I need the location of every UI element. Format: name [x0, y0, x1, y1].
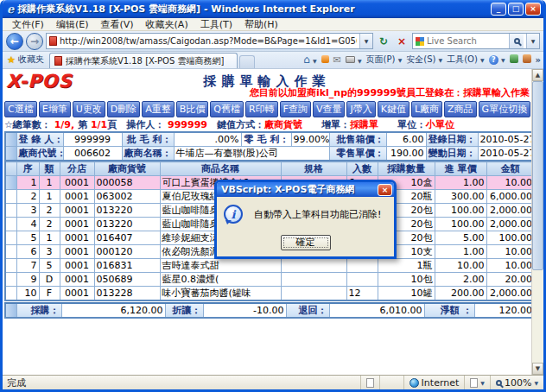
forward-button[interactable]: → [26, 33, 43, 50]
page-icon-panel [360, 376, 379, 389]
title-bar[interactable]: e 採購作業系統V1.18 [X-POS 雲端商務網] - Windows In… [3, 0, 543, 18]
fn-button-13[interactable]: Z商品 [444, 101, 477, 117]
ok-button[interactable]: 確定 [281, 235, 331, 250]
feeds-button[interactable] [321, 55, 329, 65]
row-selector[interactable] [5, 204, 16, 218]
cell-seq: 9 [16, 273, 39, 287]
product-row[interactable]: 750001016831吉時達泰式甜1瓶10.0010.00 [5, 259, 535, 273]
read-mail-button[interactable]: ✉ [333, 54, 341, 66]
fn-button-5[interactable]: B比價 [176, 101, 209, 117]
maximize-button[interactable]: □ [508, 3, 524, 16]
help-button[interactable]: ? ▼ [489, 54, 505, 65]
menu-help[interactable]: 帮助(H) [238, 18, 284, 31]
vendor-name-field[interactable]: 牛埔店—有臺聯(股)公司 [174, 147, 329, 161]
retail-price-field[interactable]: 190.00 [386, 147, 426, 161]
fn-button-14[interactable]: G單位切換 [479, 101, 531, 117]
vendor-code-field[interactable]: 006602 [63, 147, 122, 161]
search-box[interactable]: ▼ [412, 33, 540, 49]
search-dropdown-button[interactable]: ▼ [526, 34, 539, 48]
refresh-button[interactable]: ↻ [376, 33, 391, 50]
fn-button-7[interactable]: R印轉 [245, 101, 278, 117]
cell-spec [281, 287, 346, 301]
retail-margin-field[interactable]: 99.00% [291, 132, 329, 147]
address-dropdown-button[interactable]: ▼ [359, 34, 372, 48]
product-row[interactable]: 10F0001013228味小寶蕃茄肉醬(罐味1210罐200.002,000.… [5, 287, 535, 301]
favorites-button[interactable]: ★ 收藏夹 [5, 54, 49, 68]
address-toolbar: ← → http://win2008/tw/amass/Caigodan.asp… [3, 31, 543, 52]
case-price-field[interactable]: 6.00 [386, 132, 426, 147]
stats-part: 增單： [302, 119, 350, 130]
entry-date-field[interactable]: 2010-05-27 [478, 132, 535, 147]
tools-menu-button[interactable]: 工具(O) ▼ [447, 54, 485, 66]
page-menu-button[interactable]: 页面(P) ▼ [366, 54, 403, 66]
new-tab-button[interactable] [239, 55, 255, 68]
cell-amount: 20.00 [486, 273, 535, 287]
cell-cat: F [39, 287, 60, 301]
search-input[interactable] [427, 36, 506, 46]
render-mode-panel[interactable]: ▼ [464, 376, 490, 389]
dialog-close-button[interactable]: × [378, 184, 392, 196]
fn-button-12[interactable]: L廠商 [411, 101, 442, 117]
scroll-down-button[interactable]: ▼ [532, 363, 543, 375]
close-button[interactable]: × [525, 3, 541, 16]
row-selector[interactable] [5, 190, 16, 204]
row-selector[interactable] [5, 147, 16, 161]
menu-view[interactable]: 查看(V) [94, 18, 139, 31]
stats-part: 1/1 [91, 119, 107, 130]
fn-button-8[interactable]: F查詢 [280, 101, 311, 117]
fn-button-1[interactable]: E增筆 [39, 101, 71, 117]
row-selector[interactable] [5, 132, 16, 147]
fn-button-4[interactable]: A重整 [142, 101, 175, 117]
fn-button-6[interactable]: Q舊檔 [210, 101, 244, 117]
cell-code: 016831 [94, 259, 160, 273]
cell-store: 0001 [60, 231, 94, 245]
dialog-title: VBScript: X-POS電子商務網 [221, 183, 378, 196]
address-url[interactable]: http://win2008/tw/amass/Caigodan.asp?Mod… [60, 36, 357, 46]
back-button[interactable]: ← [6, 33, 23, 50]
row-selector[interactable] [5, 287, 16, 301]
scroll-thumb[interactable] [532, 81, 543, 270]
row-selector[interactable] [5, 231, 16, 245]
search-button[interactable] [509, 34, 524, 48]
cell-code: 016407 [94, 231, 160, 245]
cell-seq: 4 [16, 218, 39, 231]
menu-edit[interactable]: 编辑(E) [50, 18, 95, 31]
active-tab[interactable]: 採購作業系統V1.18 [X-POS 雲端商務網] [49, 53, 238, 68]
row-selector[interactable] [5, 176, 16, 190]
product-row[interactable]: 9D0001050689藍星0.8濃煙(10包2.0020.00 [5, 273, 535, 287]
operator-field[interactable]: 999999 [63, 132, 122, 147]
menu-favorites[interactable]: 收藏夹(A) [140, 18, 194, 31]
zoom-panel[interactable]: 100% ▼ [490, 376, 543, 389]
fn-button-2[interactable]: U更改 [73, 101, 105, 117]
scroll-up-button[interactable]: ▲ [532, 69, 543, 81]
address-bar[interactable]: http://win2008/tw/amass/Caigodan.asp?Mod… [46, 33, 373, 49]
row-selector[interactable] [5, 303, 16, 318]
stats-part: 1/9, [54, 119, 75, 130]
wholesale-margin-field[interactable]: .00% [174, 132, 241, 147]
fn-button-9[interactable]: V查量 [313, 101, 346, 117]
extra-tool-button-2[interactable] [523, 54, 531, 65]
retail-price-label: 零售單價： [329, 147, 386, 161]
fn-button-0[interactable]: C選檔 [4, 101, 37, 117]
fn-button-11[interactable]: K鍵值 [378, 101, 410, 117]
fn-button-10[interactable]: J帶入 [346, 101, 375, 117]
row-selector[interactable] [5, 245, 16, 259]
stop-button[interactable]: × [394, 33, 410, 50]
row-selector[interactable] [5, 218, 16, 231]
home-button[interactable]: ⌂ ▼ [303, 54, 316, 66]
menu-file[interactable]: 文件(F) [6, 18, 50, 31]
extra-tool-button-1[interactable] [510, 54, 518, 65]
spacer-panel [379, 376, 403, 389]
row-selector[interactable] [5, 259, 16, 273]
row-selector[interactable] [5, 273, 16, 287]
menu-tools[interactable]: 工具(T) [194, 18, 238, 31]
dialog-title-bar[interactable]: VBScript: X-POS電子商務網 × [217, 182, 394, 197]
safety-menu-button[interactable]: 安全(S) ▼ [406, 54, 442, 66]
fn-button-3[interactable]: D刪除 [107, 101, 140, 117]
change-date-field[interactable]: 2010-05-27 [478, 147, 535, 161]
minimize-button[interactable]: _ [491, 3, 506, 16]
change-date-label: 變動日期： [426, 147, 478, 161]
toolbar-overflow-button[interactable]: » [536, 55, 541, 65]
vertical-scrollbar[interactable]: ▲ ▼ [531, 69, 543, 375]
print-button[interactable]: ▼ [346, 55, 362, 65]
